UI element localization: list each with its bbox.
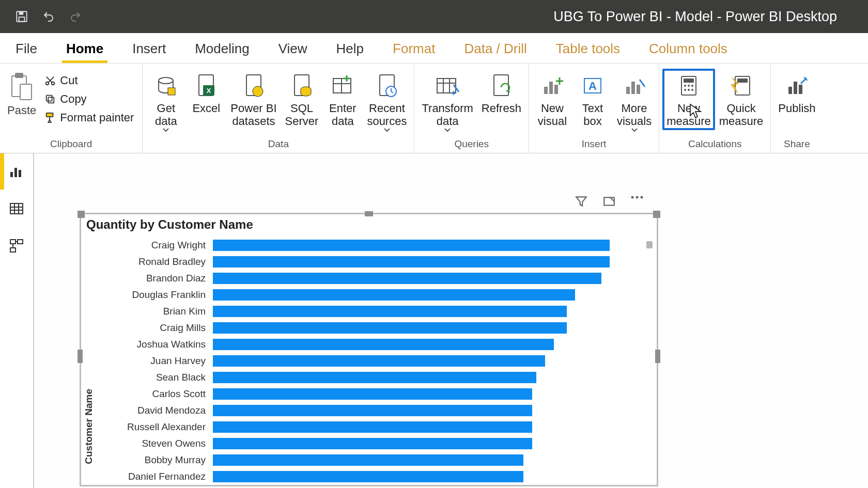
svg-rect-1 [19, 11, 24, 15]
chart-category-label: Russell Alexander [97, 421, 213, 433]
svg-rect-51 [737, 78, 748, 83]
report-view-icon[interactable] [8, 163, 25, 180]
format-painter-label: Format painter [60, 111, 134, 124]
group-queries-label: Queries [454, 138, 489, 153]
tab-format[interactable]: Format [389, 36, 439, 63]
tab-file[interactable]: File [11, 36, 41, 63]
recent-sources-button[interactable]: Recent sources [363, 69, 411, 134]
chart-bar-row[interactable]: Carlos Scott [97, 386, 644, 402]
group-data: Get data X Excel Power BI datasets SQL S… [143, 64, 414, 153]
chart-bar-track [213, 454, 644, 466]
chart-category-label: David Mendoza [97, 405, 213, 416]
data-view-icon[interactable] [8, 200, 25, 217]
chart-bar-row[interactable]: Ronald Bradley [97, 254, 644, 270]
bar-chart-visual[interactable]: Quantity by Customer Name Customer Name … [80, 213, 658, 486]
text-box-button[interactable]: A Text box [572, 69, 613, 130]
group-share: Publish Share [771, 64, 823, 153]
svg-point-44 [684, 85, 686, 87]
chart-bar-fill [213, 454, 523, 466]
chart-bar-track [213, 438, 644, 449]
more-options-icon[interactable] [630, 195, 646, 210]
cut-button[interactable]: Cut [42, 73, 136, 88]
svg-rect-56 [14, 168, 17, 177]
new-measure-button[interactable]: New measure [662, 69, 715, 130]
chart-bar-track [213, 405, 644, 416]
tab-column-tools[interactable]: Column tools [645, 36, 732, 63]
chevron-down-icon [384, 128, 390, 132]
title-bar-left [0, 9, 83, 24]
svg-rect-27 [437, 78, 456, 93]
model-view-icon[interactable] [8, 237, 25, 255]
chart-bar-row[interactable]: Brandon Diaz [97, 270, 644, 287]
tab-table-tools[interactable]: Table tools [552, 36, 624, 63]
chart-bar-row[interactable]: Steven Owens [97, 435, 644, 452]
tab-home[interactable]: Home [62, 36, 107, 63]
resize-handle-top-left[interactable] [78, 211, 85, 218]
chart-bar-row[interactable]: Bobby Murray [97, 452, 644, 468]
chart-category-label: Craig Mills [97, 322, 213, 334]
chart-bar-row[interactable]: Juan Harvey [97, 353, 644, 369]
filter-icon[interactable] [575, 195, 590, 210]
chart-bar-row[interactable]: Joshua Watkins [97, 336, 644, 353]
sql-server-button[interactable]: SQL Server [281, 69, 323, 130]
new-visual-button[interactable]: New visual [532, 69, 572, 130]
chart-bar-row[interactable]: Russell Alexander [97, 419, 644, 435]
tab-help[interactable]: Help [332, 36, 368, 63]
chart-bar-fill [213, 372, 536, 383]
resize-handle-top-center[interactable] [365, 211, 373, 216]
svg-point-11 [159, 77, 173, 84]
tab-view[interactable]: View [274, 36, 312, 63]
excel-button[interactable]: X Excel [186, 69, 226, 117]
chart-bar-row[interactable]: Daniel Fernandez [97, 468, 644, 485]
chart-bars-container: Craig WrightRonald BradleyBrandon DiazDo… [97, 237, 657, 485]
enter-data-button[interactable]: Enter data [322, 69, 363, 130]
save-icon[interactable] [14, 9, 29, 24]
svg-text:A: A [588, 80, 597, 92]
copy-button[interactable]: Copy [42, 91, 136, 107]
transform-data-button[interactable]: Transform data [417, 69, 477, 134]
focus-mode-icon[interactable] [602, 195, 618, 210]
chart-bar-fill [213, 438, 532, 449]
chart-bar-row[interactable]: Brian Kim [97, 303, 644, 320]
chart-bar-row[interactable]: David Mendoza [97, 402, 644, 419]
chart-bar-fill [213, 339, 554, 350]
svg-rect-34 [554, 85, 558, 94]
tab-data-drill[interactable]: Data / Drill [460, 36, 531, 63]
report-canvas[interactable]: Quantity by Customer Name Customer Name … [34, 153, 868, 488]
chart-bar-row[interactable]: Craig Wright [97, 237, 644, 254]
tab-insert[interactable]: Insert [128, 36, 170, 63]
more-visuals-button[interactable]: More visuals [613, 69, 656, 134]
chart-bar-row[interactable]: Craig Mills [97, 320, 644, 336]
svg-point-7 [52, 82, 55, 85]
svg-rect-39 [626, 87, 630, 94]
undo-icon[interactable] [41, 9, 56, 24]
quick-measure-button[interactable]: Quick measure [715, 69, 768, 130]
get-data-button[interactable]: Get data [146, 69, 186, 134]
svg-rect-54 [799, 85, 802, 94]
chart-bar-track [213, 471, 644, 482]
chart-category-label: Sean Black [97, 372, 213, 383]
group-share-label: Share [784, 138, 810, 153]
paste-button[interactable]: Paste [3, 69, 40, 117]
redo-icon[interactable] [68, 9, 83, 24]
refresh-button[interactable]: Refresh [477, 69, 525, 117]
chart-bar-row[interactable]: Douglas Franklin [97, 287, 644, 303]
svg-rect-4 [15, 73, 23, 78]
group-clipboard-label: Clipboard [50, 138, 92, 153]
group-queries: Transform data Refresh Queries [414, 64, 529, 153]
tab-modeling[interactable]: Modeling [191, 36, 254, 63]
svg-point-71 [641, 196, 643, 199]
chart-bar-track [213, 273, 644, 284]
chart-y-axis-label: Customer Name [81, 389, 97, 464]
chart-category-label: Bobby Murray [97, 454, 213, 466]
format-painter-button[interactable]: Format painter [42, 110, 136, 125]
resize-handle-top-right[interactable] [653, 211, 660, 218]
chart-bar-row[interactable]: Sean Black [97, 369, 644, 386]
group-insert: New visual A Text box More visuals Inser… [529, 64, 659, 153]
chart-bar-fill [213, 421, 532, 433]
publish-button[interactable]: Publish [774, 69, 819, 117]
svg-point-49 [691, 89, 693, 91]
pbi-datasets-button[interactable]: Power BI datasets [226, 69, 281, 130]
chart-bar-fill [213, 256, 610, 267]
svg-rect-65 [10, 248, 16, 252]
